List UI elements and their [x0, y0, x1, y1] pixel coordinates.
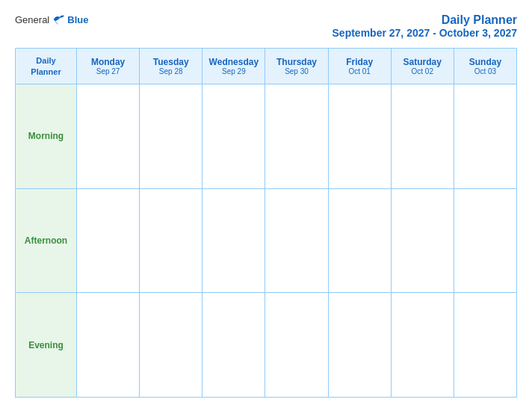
morning-monday[interactable] — [77, 84, 140, 189]
afternoon-tuesday[interactable] — [140, 188, 202, 293]
evening-sunday[interactable] — [454, 293, 516, 398]
evening-saturday[interactable] — [391, 293, 454, 398]
evening-label: Evening — [16, 293, 77, 398]
afternoon-thursday[interactable] — [265, 188, 328, 293]
morning-sunday[interactable] — [454, 84, 516, 189]
header-friday: Friday Oct 01 — [328, 49, 391, 84]
logo-bird-icon — [52, 13, 66, 25]
afternoon-friday[interactable] — [328, 188, 391, 293]
header-wednesday: Wednesday Sep 29 — [202, 49, 265, 84]
header-daily-planner: DailyPlanner — [16, 49, 77, 84]
header-monday: Monday Sep 27 — [77, 49, 140, 84]
evening-wednesday[interactable] — [202, 293, 265, 398]
morning-thursday[interactable] — [265, 84, 328, 189]
header-saturday: Saturday Oct 02 — [391, 49, 454, 84]
morning-label: Morning — [16, 84, 77, 189]
page-header: General Blue Daily Planner September 27,… — [15, 13, 517, 39]
logo-general-text: General — [15, 14, 49, 25]
evening-tuesday[interactable] — [140, 293, 202, 398]
afternoon-wednesday[interactable] — [202, 188, 265, 293]
afternoon-sunday[interactable] — [454, 188, 516, 293]
afternoon-monday[interactable] — [77, 188, 140, 293]
morning-row: Morning — [16, 84, 517, 189]
morning-saturday[interactable] — [391, 84, 454, 189]
logo: General Blue — [15, 13, 88, 25]
evening-thursday[interactable] — [265, 293, 328, 398]
logo-area: General Blue — [15, 13, 88, 25]
planner-title: Daily Planner — [332, 13, 517, 27]
morning-tuesday[interactable] — [140, 84, 202, 189]
morning-friday[interactable] — [328, 84, 391, 189]
header-tuesday: Tuesday Sep 28 — [140, 49, 202, 84]
evening-row: Evening — [16, 293, 517, 398]
title-area: Daily Planner September 27, 2027 - Octob… — [332, 13, 517, 39]
evening-friday[interactable] — [328, 293, 391, 398]
planner-subtitle: September 27, 2027 - October 3, 2027 — [332, 27, 517, 39]
logo-blue-text: Blue — [67, 14, 88, 25]
planner-table: DailyPlanner Monday Sep 27 Tuesday Sep 2… — [15, 48, 517, 398]
morning-wednesday[interactable] — [202, 84, 265, 189]
header-sunday: Sunday Oct 03 — [454, 49, 516, 84]
header-thursday: Thursday Sep 30 — [265, 49, 328, 84]
afternoon-saturday[interactable] — [391, 188, 454, 293]
evening-monday[interactable] — [77, 293, 140, 398]
column-headers-row: DailyPlanner Monday Sep 27 Tuesday Sep 2… — [16, 49, 517, 84]
afternoon-label: Afternoon — [16, 188, 77, 293]
afternoon-row: Afternoon — [16, 188, 517, 293]
